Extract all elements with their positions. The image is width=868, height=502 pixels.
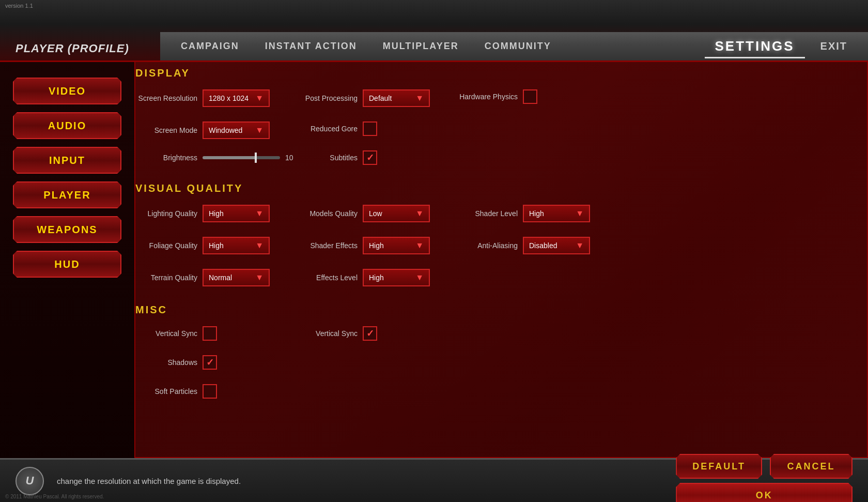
sidebar-audio[interactable]: AUDIO [13,112,121,139]
models-quality-label: Models Quality [296,209,358,218]
screen-mode-label: Screen Mode [135,126,197,134]
nav-instant-action[interactable]: INSTANT ACTION [255,37,367,56]
vsync-right-label: Vertical Sync [296,329,358,338]
sidebar-input[interactable]: INPUT [13,147,121,174]
brightness-slider[interactable] [203,156,280,159]
display-section: DISPLAY Screen Resolution 1280 x 1024 ▼ … [135,67,867,172]
post-processing-label: Post Processing [296,94,358,102]
shader-effects-dropdown[interactable]: High ▼ [363,237,430,254]
soft-particles-row: Soft Particles [135,384,280,399]
anti-aliasing-row: Anti-Aliasing Disabled ▼ [456,237,867,254]
reduced-gore-row: Reduced Gore [296,121,425,136]
post-processing-arrow: ▼ [415,94,424,103]
nav-settings[interactable]: SETTINGS [705,34,805,58]
subtitles-label: Subtitles [296,154,358,162]
vsync-right-row: Vertical Sync ✓ [296,326,425,341]
lighting-quality-arrow: ▼ [255,209,264,218]
btn-row-1: DEFAULT CANCEL [676,454,853,479]
shader-level-row: Shader Level High ▼ [456,205,867,222]
terrain-quality-label: Terrain Quality [135,273,197,282]
models-quality-dropdown[interactable]: Low ▼ [363,205,430,222]
anti-aliasing-dropdown[interactable]: Disabled ▼ [523,237,590,254]
bottom-bar: U change the resolution at which the gam… [0,458,868,502]
vsync-left-checkbox[interactable] [203,326,217,341]
terrain-quality-row: Terrain Quality Normal ▼ [135,269,280,286]
foliage-quality-dropdown[interactable]: High ▼ [203,237,270,254]
misc-col2: Vertical Sync ✓ [280,326,425,406]
subtitles-checkbox[interactable]: ✓ [363,150,377,165]
visual-quality-section: VISUAL QUALITY Lighting Quality High ▼ F… [135,182,867,294]
misc-section-header: MISC [135,304,867,316]
screen-resolution-dropdown[interactable]: 1280 x 1024 ▼ [203,89,270,107]
soft-particles-checkbox[interactable] [203,384,217,399]
version-label: version 1.1 [5,3,33,9]
terrain-quality-dropdown[interactable]: Normal ▼ [203,269,270,286]
sidebar-hud[interactable]: HUD [13,251,121,278]
display-col2: Post Processing Default ▼ Reduced Gore S… [280,89,425,172]
default-button[interactable]: DEFAULT [676,454,762,479]
screen-resolution-row: Screen Resolution 1280 x 1024 ▼ [135,89,280,107]
foliage-quality-arrow: ▼ [255,241,264,250]
effects-level-dropdown[interactable]: High ▼ [363,269,430,286]
display-col3: Hardware Physics [425,89,867,172]
visual-col3: Shader Level High ▼ Anti-Aliasing Disabl… [425,205,867,294]
visual-col2: Models Quality Low ▼ Shader Effects High… [280,205,425,294]
shader-effects-arrow: ▼ [415,241,424,250]
display-col1: Screen Resolution 1280 x 1024 ▼ Screen M… [135,89,280,172]
bottom-hint: change the resolution at which the game … [57,477,241,485]
hardware-physics-label: Hardware Physics [456,93,518,101]
soft-particles-label: Soft Particles [135,387,197,395]
shader-effects-row: Shader Effects High ▼ [296,237,425,254]
post-processing-dropdown[interactable]: Default ▼ [363,89,430,107]
shader-level-dropdown[interactable]: High ▼ [523,205,590,222]
foliage-quality-row: Foliage Quality High ▼ [135,237,280,254]
ue-logo: U [16,467,44,495]
display-grid: Screen Resolution 1280 x 1024 ▼ Screen M… [135,89,867,172]
models-quality-arrow: ▼ [415,209,424,218]
effects-level-label: Effects Level [296,273,358,282]
foliage-quality-label: Foliage Quality [135,241,197,250]
sidebar-weapons[interactable]: WEAPONS [13,216,121,243]
ok-button[interactable]: OK [676,483,853,502]
vsync-right-checkbox[interactable]: ✓ [363,326,377,341]
main-content-panel: DISPLAY Screen Resolution 1280 x 1024 ▼ … [134,62,868,458]
reduced-gore-label: Reduced Gore [296,125,358,133]
nav-menu: CAMPAIGN INSTANT ACTION MULTIPLAYER COMM… [160,32,868,60]
screen-resolution-arrow: ▼ [255,94,264,103]
shadows-row: Shadows ✓ [135,355,280,370]
nav-community[interactable]: COMMUNITY [474,37,562,56]
display-section-header: DISPLAY [135,67,867,79]
sidebar-player[interactable]: PLAYER [13,181,121,208]
screen-mode-arrow: ▼ [255,126,264,135]
hardware-physics-checkbox[interactable] [523,89,537,104]
subtitles-row: Subtitles ✓ [296,150,425,165]
nav-campaign[interactable]: CAMPAIGN [171,37,250,56]
shader-effects-label: Shader Effects [296,241,358,250]
nav-exit[interactable]: EXIT [810,36,858,56]
vsync-left-row: Vertical Sync [135,326,280,341]
visual-quality-grid: Lighting Quality High ▼ Foliage Quality … [135,205,867,294]
screen-mode-dropdown[interactable]: Windowed ▼ [203,121,270,139]
nav-multiplayer[interactable]: MULTIPLAYER [373,37,469,56]
shadows-checkbox[interactable]: ✓ [203,355,217,370]
bottom-buttons: DEFAULT CANCEL OK [676,454,853,502]
terrain-quality-arrow: ▼ [255,273,264,282]
cancel-button[interactable]: CANCEL [770,454,853,479]
shadows-label: Shadows [135,358,197,367]
reduced-gore-checkbox[interactable] [363,121,377,136]
lighting-quality-label: Lighting Quality [135,209,197,218]
anti-aliasing-arrow: ▼ [576,241,584,250]
lighting-quality-dropdown[interactable]: High ▼ [203,205,270,222]
brightness-label: Brightness [135,154,197,162]
lighting-quality-row: Lighting Quality High ▼ [135,205,280,222]
post-processing-row: Post Processing Default ▼ [296,89,425,107]
vsync-left-label: Vertical Sync [135,329,197,338]
hardware-physics-row: Hardware Physics [456,89,867,104]
effects-level-arrow: ▼ [415,273,424,282]
sidebar-video[interactable]: VIDEO [13,78,121,104]
anti-aliasing-label: Anti-Aliasing [456,241,518,250]
visual-col1: Lighting Quality High ▼ Foliage Quality … [135,205,280,294]
player-profile-label: PLAYER (PROFILE) [16,42,129,55]
misc-col1: Vertical Sync Shadows ✓ Soft Particles [135,326,280,406]
brightness-row: Brightness 10 [135,154,280,162]
